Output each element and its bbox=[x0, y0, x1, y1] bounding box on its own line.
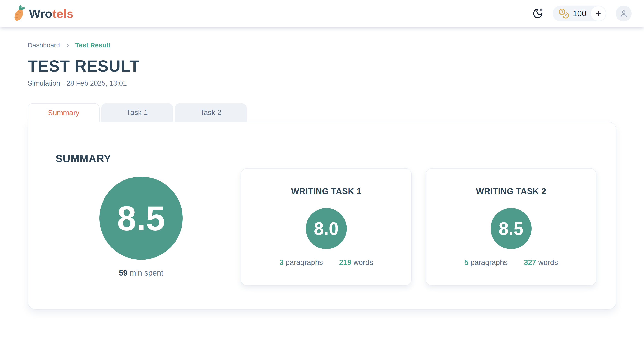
summary-heading: SUMMARY bbox=[56, 152, 111, 164]
overall-score-badge: 8.5 bbox=[100, 177, 183, 260]
writing-task-1-card: WRITING TASK 1 8.0 3 paragraphs 219 word… bbox=[241, 168, 412, 286]
overall-score-block: 8.5 59 min spent bbox=[100, 177, 183, 277]
task-2-words: 327 words bbox=[524, 258, 558, 267]
tab-summary[interactable]: Summary bbox=[28, 103, 100, 122]
task-2-paragraphs: 5 paragraphs bbox=[464, 258, 508, 267]
brand-name-secondary: tels bbox=[52, 7, 74, 20]
tab-task-2[interactable]: Task 2 bbox=[175, 103, 247, 122]
task-1-words-value: 219 bbox=[339, 258, 351, 267]
top-nav: Wrotels 100 + bbox=[0, 0, 644, 27]
task-1-paragraphs-label: paragraphs bbox=[284, 258, 323, 267]
task-2-title: WRITING TASK 2 bbox=[476, 186, 546, 196]
time-spent-label: min spent bbox=[128, 269, 163, 277]
task-1-paragraphs: 3 paragraphs bbox=[280, 258, 323, 267]
credits-pill[interactable]: 100 + bbox=[553, 5, 606, 21]
task-2-stats: 5 paragraphs 327 words bbox=[464, 258, 558, 267]
task-1-words: 219 words bbox=[339, 258, 373, 267]
tab-task-1[interactable]: Task 1 bbox=[101, 103, 173, 122]
time-spent: 59 min spent bbox=[119, 269, 163, 277]
avatar[interactable] bbox=[616, 5, 632, 21]
add-credits-button[interactable]: + bbox=[591, 6, 606, 21]
task-2-words-label: words bbox=[536, 258, 558, 267]
coins-icon bbox=[558, 8, 569, 19]
writing-task-2-card: WRITING TASK 2 8.5 5 paragraphs 327 word… bbox=[426, 168, 596, 286]
breadcrumb: Dashboard Test Result bbox=[28, 41, 616, 49]
task-1-score-badge: 8.0 bbox=[306, 208, 347, 249]
chevron-right-icon bbox=[65, 42, 70, 48]
task-2-paragraphs-label: paragraphs bbox=[468, 258, 508, 267]
task-2-words-value: 327 bbox=[524, 258, 536, 267]
brand-name-primary: Wro bbox=[29, 7, 52, 20]
dark-mode-toggle[interactable] bbox=[532, 8, 544, 19]
topbar-actions: 100 + bbox=[532, 5, 632, 21]
moon-icon bbox=[532, 8, 544, 19]
page-title: TEST RESULT bbox=[28, 57, 616, 75]
task-1-title: WRITING TASK 1 bbox=[291, 186, 361, 196]
user-icon bbox=[619, 9, 628, 18]
breadcrumb-current[interactable]: Test Result bbox=[75, 41, 110, 49]
carrot-logo-icon bbox=[12, 5, 25, 22]
task-1-words-label: words bbox=[352, 258, 373, 267]
brand-name: Wrotels bbox=[29, 7, 74, 20]
task-2-paragraphs-value: 5 bbox=[464, 258, 468, 267]
summary-panel: SUMMARY 8.5 59 min spent WRITING TASK 1 … bbox=[28, 122, 616, 310]
task-2-score-badge: 8.5 bbox=[490, 208, 532, 249]
main-content: Dashboard Test Result TEST RESULT Simula… bbox=[0, 41, 644, 310]
time-spent-value: 59 bbox=[119, 269, 128, 277]
page-subtitle: Simulation - 28 Feb 2025, 13:01 bbox=[28, 79, 616, 87]
breadcrumb-dashboard[interactable]: Dashboard bbox=[28, 41, 60, 49]
plus-icon: + bbox=[596, 9, 601, 18]
task-1-paragraphs-value: 3 bbox=[280, 258, 284, 267]
brand-logo[interactable]: Wrotels bbox=[12, 5, 74, 22]
result-tabs: Summary Task 1 Task 2 bbox=[28, 103, 616, 122]
credits-amount: 100 bbox=[573, 9, 588, 18]
task-1-stats: 3 paragraphs 219 words bbox=[280, 258, 373, 267]
